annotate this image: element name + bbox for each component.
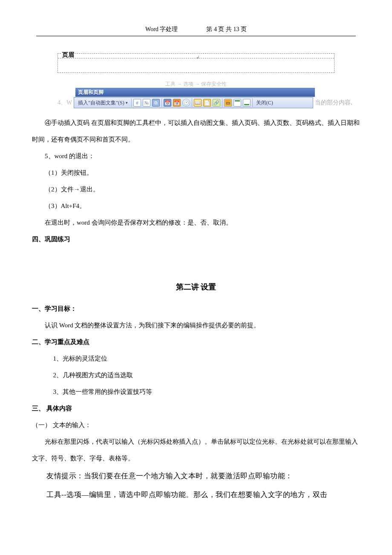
- l2-s3-body: 光标在那里闪烁，代表可以输入（光标闪烁处称插入点）。单击鼠标可以定位光标。在光标…: [32, 434, 360, 467]
- faded-menu-path: 工具 → 选项 → 保存安全性: [32, 81, 360, 88]
- show-next-icon[interactable]: [243, 99, 251, 107]
- clock-icon[interactable]: 🕑: [182, 99, 190, 107]
- l2-s1-head: 一、学习目标：: [32, 301, 360, 317]
- l2-s1-body: 认识 Word 文档的整体设置方法，为我们接下来的编辑操作提供必要的前提。: [32, 317, 360, 334]
- l2-s2-head: 二、学习重点及难点: [32, 334, 360, 350]
- l2-hint-2: 工具--选项—编辑里，请选中即点即输功能。那么，我们在想要输入文字的地方，双击: [32, 486, 360, 504]
- page-setup-icon[interactable]: 📖: [194, 99, 202, 107]
- paragraph-insert-pagenum: ④手动插入页码 在页眉和页脚的工具栏中，可以插入自动图文集、插入页码、插入页数、…: [32, 115, 360, 148]
- l2-s2-3: 3、其他一些常用的操作设置技巧等: [32, 384, 360, 400]
- show-previous-icon[interactable]: [233, 99, 241, 107]
- l2-s3-head: 三、 具体内容: [32, 400, 360, 417]
- header-footer-toolbar: 插入"自动图文集"(S) # № ⧉ 📅 📅 🕑 📖 📄 🔗 ▭: [74, 97, 313, 108]
- obscured-text-left: 4、W: [58, 99, 74, 107]
- link-previous-icon[interactable]: 🔗: [213, 99, 220, 107]
- header-center-mark: ↲: [196, 55, 199, 60]
- l2-s2-1: 1、光标的灵活定位: [32, 350, 360, 367]
- obscured-text-right: 当的部分内容,: [313, 99, 352, 107]
- close-toolbar-button[interactable]: 关闭(C): [254, 98, 275, 107]
- show-hide-text-icon[interactable]: 📄: [203, 99, 211, 107]
- header-editor-box: 页眉 ↲: [58, 53, 334, 73]
- l2-s3-sub: （一） 文本的输入：: [32, 417, 360, 434]
- exit-item-1: （1）关闭按钮。: [32, 165, 360, 181]
- section-4-heading: 四、巩固练习: [32, 231, 360, 248]
- page-info: 第 4 页 共 13 页: [206, 26, 247, 32]
- insert-page-count-icon[interactable]: №: [143, 99, 150, 107]
- exit-item-2: （2）文件→退出。: [32, 181, 360, 198]
- doc-title: Word 字处理: [145, 26, 178, 32]
- lesson-2-title: 第二讲 设置: [32, 282, 360, 292]
- exit-heading: 5、word 的退出：: [32, 148, 360, 165]
- insert-date-icon[interactable]: 📅: [164, 99, 171, 107]
- switch-header-footer-icon[interactable]: ▭: [224, 99, 232, 107]
- page-header: Word 字处理 第 4 页 共 13 页: [36, 26, 356, 36]
- insert-autotext-button[interactable]: 插入"自动图文集"(S): [76, 98, 130, 107]
- page-number-format-icon[interactable]: ⧉: [152, 99, 160, 107]
- insert-page-number-icon[interactable]: #: [133, 99, 141, 107]
- exit-note: 在退出时，word 会询问你是否保存对文档的修改：是、否、取消。: [32, 214, 360, 231]
- exit-item-3: （3）Alt+F4。: [32, 198, 360, 214]
- toolbar-title[interactable]: 页眉和页脚: [75, 88, 315, 97]
- l2-hint-1: 友情提示：当我们要在任意一个地方输入文本时，就要激活即点即输功能：: [32, 467, 360, 486]
- insert-time-icon[interactable]: 📅: [173, 99, 181, 107]
- l2-s2-2: 2、几种视图方式的适当选取: [32, 367, 360, 384]
